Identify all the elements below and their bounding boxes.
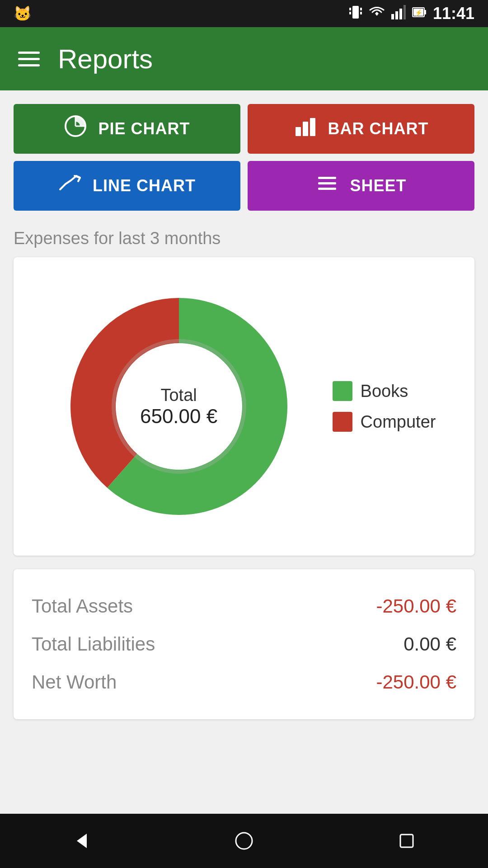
total-assets-label: Total Assets [32,595,133,617]
donut-svg: 250 Computer 400 Books [52,280,305,533]
status-bar-left: 🐱 [14,5,32,22]
svg-marker-23 [77,834,87,848]
wifi-icon [369,6,385,22]
line-chart-label: LINE CHART [93,176,196,195]
pie-chart-button[interactable]: PIE CHART [14,104,240,154]
pie-chart-label: PIE CHART [98,119,190,138]
back-button[interactable] [63,823,99,859]
svg-rect-0 [352,6,359,19]
line-chart-button[interactable]: LINE CHART [14,161,240,211]
svg-rect-10 [424,10,426,14]
donut-chart-wrapper: 250 Computer 400 Books Total 650.00 € [52,280,305,533]
svg-rect-25 [400,835,413,847]
svg-rect-4 [360,12,362,14]
total-assets-row: Total Assets -250.00 € [32,587,456,625]
svg-text:⚡: ⚡ [414,9,422,17]
vibrate-icon [349,4,362,24]
app-bar: Reports [0,27,488,90]
chart-section-label: Expenses for last 3 months [14,229,474,248]
bar-chart-button[interactable]: BAR CHART [248,104,474,154]
svg-rect-17 [296,127,301,136]
hamburger-menu-button[interactable] [18,52,40,66]
sheet-label: SHEET [350,176,406,195]
status-bar-right: ⚡ 11:41 [349,4,474,24]
svg-rect-19 [310,118,315,136]
svg-rect-1 [349,8,351,10]
legend-item-books: Books [333,381,436,401]
app-notification-icon: 🐱 [14,5,32,22]
svg-rect-22 [318,188,336,190]
chart-legend: Books Computer [333,381,436,432]
sheet-button[interactable]: SHEET [248,161,474,211]
line-chart-icon [58,171,82,200]
sheet-icon [315,171,339,200]
total-assets-value: -250.00 € [376,595,456,617]
svg-rect-18 [303,122,308,136]
bottom-nav [0,814,488,868]
donut-center [117,344,241,469]
recent-apps-button[interactable] [389,823,425,859]
svg-rect-7 [399,9,402,19]
pie-chart-icon [64,114,87,143]
legend-label-books: Books [361,382,408,401]
home-button[interactable] [226,823,262,859]
legend-item-computer: Computer [333,412,436,432]
legend-color-books [333,381,352,401]
svg-rect-20 [318,177,336,179]
chart-type-buttons: PIE CHART BAR CHART LINE CHART [14,104,474,211]
svg-point-24 [236,833,252,849]
svg-rect-6 [395,11,398,19]
svg-rect-2 [360,8,362,10]
svg-rect-8 [404,5,406,19]
net-worth-value: -250.00 € [376,671,456,693]
svg-rect-3 [349,12,351,14]
status-time: 11:41 [433,4,474,23]
legend-color-computer [333,412,352,432]
legend-label-computer: Computer [361,412,436,432]
pie-chart-card: 250 Computer 400 Books Total 650.00 € Bo… [14,257,474,556]
svg-rect-5 [391,14,394,19]
battery-icon: ⚡ [412,5,427,23]
bar-chart-icon [294,114,317,143]
net-worth-label: Net Worth [32,671,117,693]
net-worth-row: Net Worth -250.00 € [32,663,456,701]
donut-container: 250 Computer 400 Books Total 650.00 € Bo… [23,271,465,542]
status-bar: 🐱 [0,0,488,27]
page-title: Reports [58,43,153,75]
main-content: PIE CHART BAR CHART LINE CHART [0,90,488,814]
total-liabilities-value: 0.00 € [404,633,456,655]
signal-icon [391,5,406,23]
bar-chart-label: BAR CHART [328,119,429,138]
summary-card: Total Assets -250.00 € Total Liabilities… [14,569,474,719]
svg-rect-21 [318,182,336,184]
total-liabilities-label: Total Liabilities [32,633,155,655]
total-liabilities-row: Total Liabilities 0.00 € [32,625,456,663]
